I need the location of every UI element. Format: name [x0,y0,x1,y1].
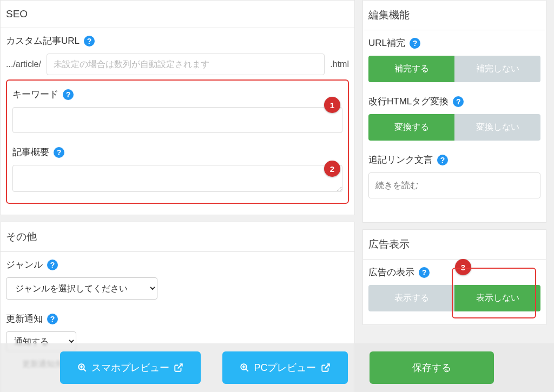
url-complete-on-button[interactable]: 補完する [368,56,454,82]
preview-pc-label: PCプレビュー [254,361,316,374]
ad-panel: 広告表示 広告の表示 ? 表示する 表示しない 3 [362,229,546,325]
custom-url-input[interactable] [47,54,325,75]
keyword-label-row: キーワード ? [12,88,342,101]
external-link-icon [321,363,331,373]
readmore-input[interactable] [368,172,540,198]
html-convert-label-row: 改行HTMLタグ変換 ? [368,95,540,108]
help-icon[interactable]: ? [419,267,430,278]
help-icon[interactable]: ? [63,89,74,100]
preview-pc-button[interactable]: PCプレビュー [222,351,347,384]
keyword-input[interactable] [12,107,342,133]
custom-url-label: カスタム記事URL [6,35,80,47]
edit-panel: 編集機能 URL補完 ? 補完する 補完しない 改行HTMLタグ変換 ? [362,0,546,223]
custom-url-row: .../article/ .html [6,54,349,75]
annotation-badge-2: 2 [324,161,340,177]
bottom-action-bar: スマホプレビュー PCプレビュー 保存する [0,343,554,392]
url-complete-off-button[interactable]: 補完しない [454,56,540,82]
save-button[interactable]: 保存する [370,351,494,384]
url-complete-label: URL補完 [368,37,405,49]
html-convert-on-button[interactable]: 変換する [368,114,454,141]
url-complete-segment: 補完する 補完しない [368,56,540,82]
svg-line-1 [84,369,87,371]
html-convert-off-button[interactable]: 変換しない [454,114,540,141]
custom-url-label-row: カスタム記事URL ? [6,35,349,47]
genre-select[interactable]: ジャンルを選択してください [6,277,157,300]
annotation-box-3 [452,268,536,318]
annotation-badge-1: 1 [324,97,340,113]
url-complete-label-row: URL補完 ? [368,37,540,49]
other-section-title: その他 [1,222,354,252]
zoom-in-icon [77,363,87,373]
keyword-label: キーワード [12,88,58,101]
notify-label-row: 更新通知 ? [6,313,349,325]
preview-sp-button[interactable]: スマホプレビュー [60,351,201,384]
edit-section-title: 編集機能 [363,1,546,30]
seo-section-title: SEO [1,1,354,28]
help-icon[interactable]: ? [453,96,464,107]
ad-display-on-button[interactable]: 表示する [368,285,454,311]
readmore-label-row: 追記リンク文言 ? [368,154,540,166]
help-icon[interactable]: ? [410,38,420,49]
html-convert-segment: 変換する 変換しない [368,114,540,141]
annotation-box-1-2: キーワード ? 1 記事概要 ? 2 [6,79,349,204]
help-icon[interactable]: ? [47,260,58,270]
help-icon[interactable]: ? [54,147,64,158]
svg-line-4 [178,364,182,368]
url-prefix-text: .../article/ [6,59,41,69]
summary-label: 記事概要 [12,146,49,158]
summary-textarea[interactable] [12,165,342,192]
help-icon[interactable]: ? [47,314,58,324]
ad-section-title: 広告表示 [363,230,546,260]
genre-label-row: ジャンル ? [6,258,349,271]
external-link-icon [174,363,183,373]
svg-line-6 [246,369,249,371]
zoom-in-icon [240,363,249,373]
genre-label: ジャンル [6,258,43,271]
ad-display-label: 広告の表示 [368,266,414,278]
url-suffix-text: .html [330,59,349,69]
readmore-label: 追記リンク文言 [368,154,433,166]
seo-panel: SEO カスタム記事URL ? .../article/ .html キーワード… [0,0,355,215]
help-icon[interactable]: ? [84,36,95,46]
notify-label: 更新通知 [6,313,43,325]
html-convert-label: 改行HTMLタグ変換 [368,95,449,108]
help-icon[interactable]: ? [437,155,448,165]
save-label: 保存する [412,361,451,374]
svg-line-9 [325,364,329,368]
preview-sp-label: スマホプレビュー [91,361,169,374]
summary-label-row: 記事概要 ? [12,146,342,158]
